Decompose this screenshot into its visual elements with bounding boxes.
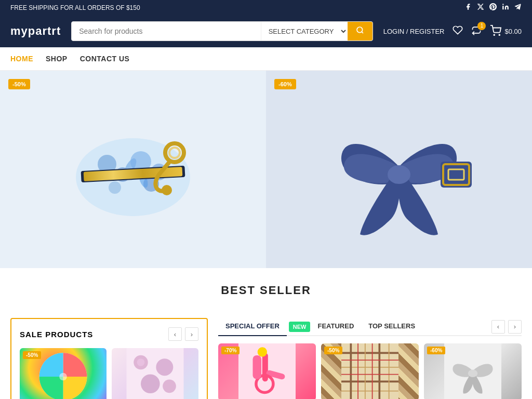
sale-products-panel: SALE PRODUCTS ‹ › -50% <box>10 318 208 399</box>
announcement-bar: FREE SHIPPING FOR ALL ORDERS OF $150 <box>0 0 532 15</box>
svg-point-18 <box>388 165 410 184</box>
offer-item-image-2: -60% <box>424 343 522 399</box>
sale-item-badge-0: -50% <box>23 351 41 359</box>
best-seller-title: BEST SELLER <box>10 284 522 297</box>
offer-tab-topsellers[interactable]: TOP SELLERS <box>361 318 422 336</box>
offer-item-badge-0: -70% <box>221 347 240 354</box>
special-offer-panel: SPECIAL OFFER NEW FEATURED TOP SELLERS ‹… <box>218 318 522 399</box>
svg-point-27 <box>156 358 173 376</box>
sale-items-list: -50% <box>20 348 198 399</box>
hero-left[interactable]: -50% <box>0 71 266 268</box>
hero-left-image <box>55 91 211 247</box>
hero-right-image <box>316 86 482 252</box>
offer-item-image-0: -70% <box>218 343 316 399</box>
offer-prev-button[interactable]: ‹ <box>491 320 505 334</box>
svg-point-17 <box>162 185 172 195</box>
offer-item-image-1: -50% <box>321 343 419 399</box>
sale-next-button[interactable]: › <box>185 327 198 341</box>
hero-right[interactable]: -60% <box>266 71 532 268</box>
nav-home[interactable]: HOME <box>10 47 33 70</box>
search-button[interactable] <box>348 22 373 41</box>
nav-shop[interactable]: SHOP <box>46 47 68 70</box>
svg-point-1 <box>357 27 363 33</box>
offer-item-1[interactable]: -50% <box>321 343 419 399</box>
bottom-panels: SALE PRODUCTS ‹ › -50% <box>0 318 532 399</box>
offer-tab-special[interactable]: SPECIAL OFFER <box>218 318 287 336</box>
offer-item-badge-2: -60% <box>427 347 445 354</box>
pinterest-icon[interactable] <box>489 3 497 12</box>
search-input[interactable] <box>72 22 260 41</box>
wishlist-button[interactable] <box>453 25 463 38</box>
category-select[interactable]: SELECT CATEGORY <box>261 22 348 41</box>
x-twitter-icon[interactable] <box>477 3 484 12</box>
svg-rect-31 <box>262 353 268 381</box>
svg-point-35 <box>258 347 267 356</box>
login-register-link[interactable]: LOGIN / REGISTER <box>383 28 445 35</box>
offer-tabs: SPECIAL OFFER NEW FEATURED TOP SELLERS ‹… <box>218 318 522 336</box>
linkedin-icon[interactable] <box>502 3 509 12</box>
best-seller-section: BEST SELLER <box>0 268 532 318</box>
offer-item-0[interactable]: -70% <box>218 343 316 399</box>
offer-next-button[interactable]: › <box>508 320 522 334</box>
svg-point-50 <box>468 369 477 377</box>
cart-price: $0.00 <box>504 28 522 35</box>
search-bar: SELECT CATEGORY <box>71 21 373 41</box>
offer-item-badge-1: -50% <box>324 347 342 354</box>
cart-icon-wrap: $0.00 <box>490 25 522 38</box>
sale-item[interactable]: -50% <box>20 348 107 399</box>
compare-button[interactable]: 1 <box>471 25 482 38</box>
hero-section: -50% <box>0 71 532 268</box>
svg-point-23 <box>59 373 67 381</box>
svg-rect-34 <box>253 355 262 379</box>
sale-item-image-1 <box>112 348 198 399</box>
sale-products-nav: ‹ › <box>168 327 198 341</box>
logo[interactable]: mypartrt <box>10 24 61 38</box>
svg-point-28 <box>141 374 160 393</box>
offer-tab-featured[interactable]: FEATURED <box>310 318 361 336</box>
social-icons-group <box>464 3 522 12</box>
hero-left-badge: -50% <box>8 79 30 89</box>
header-actions: LOGIN / REGISTER 1 $0.00 <box>383 25 522 38</box>
offer-item-2[interactable]: -60% <box>424 343 522 399</box>
svg-rect-19 <box>441 162 472 188</box>
hero-right-badge: -60% <box>274 79 296 89</box>
svg-point-3 <box>499 34 500 35</box>
compare-badge: 1 <box>477 22 486 30</box>
svg-point-26 <box>137 358 145 366</box>
offer-tab-new[interactable]: NEW <box>289 322 311 332</box>
sale-item-1[interactable] <box>112 348 198 399</box>
sale-products-title: SALE PRODUCTS <box>20 330 93 339</box>
facebook-icon[interactable] <box>464 3 472 12</box>
header: mypartrt SELECT CATEGORY LOGIN / REGISTE… <box>0 15 532 47</box>
svg-point-29 <box>163 380 176 393</box>
announcement-text: FREE SHIPPING FOR ALL ORDERS OF $150 <box>10 4 140 11</box>
svg-point-9 <box>109 181 121 194</box>
sale-prev-button[interactable]: ‹ <box>168 327 182 341</box>
sale-products-header: SALE PRODUCTS ‹ › <box>20 327 198 341</box>
nav-bar: HOME SHOP CONTACT US <box>0 47 532 71</box>
telegram-icon[interactable] <box>514 3 522 12</box>
svg-point-0 <box>502 4 503 5</box>
svg-point-2 <box>494 34 495 35</box>
offer-nav: ‹ › <box>491 320 522 334</box>
cart-button[interactable]: $0.00 <box>490 25 522 38</box>
offer-items-list: -70% -50% <box>218 343 522 399</box>
nav-contact[interactable]: CONTACT US <box>80 47 130 70</box>
